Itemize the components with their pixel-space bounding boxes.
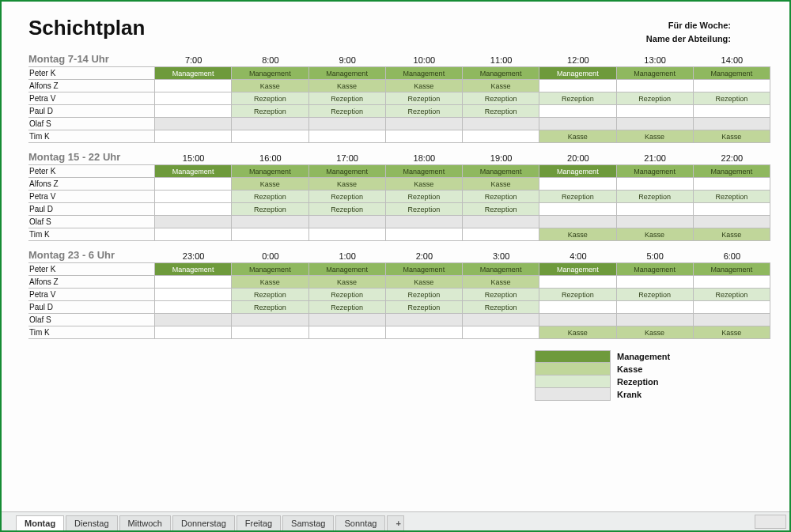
shift-cell[interactable] [309, 326, 386, 339]
shift-cell[interactable] [694, 276, 770, 289]
shift-cell[interactable] [694, 105, 770, 118]
shift-cell[interactable]: Management [463, 165, 539, 178]
shift-cell[interactable]: Kasse [617, 326, 694, 339]
sheet-tab-samstag[interactable]: Samstag [282, 515, 334, 530]
shift-cell[interactable]: Rezeption [386, 289, 463, 301]
shift-cell[interactable]: Management [309, 67, 386, 80]
shift-cell[interactable] [155, 130, 232, 143]
shift-cell[interactable]: Rezeption [617, 289, 694, 301]
shift-cell[interactable] [539, 118, 616, 130]
shift-cell[interactable] [155, 191, 232, 203]
shift-cell[interactable] [155, 216, 232, 228]
shift-cell[interactable]: Rezeption [463, 191, 539, 203]
shift-cell[interactable] [155, 301, 232, 314]
sheet-tab-freitag[interactable]: Freitag [237, 515, 281, 530]
shift-cell[interactable]: Management [155, 165, 232, 178]
shift-cell[interactable] [694, 80, 770, 92]
shift-cell[interactable]: Rezeption [309, 203, 386, 216]
shift-cell[interactable] [232, 216, 308, 228]
shift-cell[interactable]: Kasse [386, 276, 463, 289]
shift-cell[interactable]: Management [463, 263, 539, 276]
shift-cell[interactable]: Rezeption [386, 203, 463, 216]
add-sheet-button[interactable]: + [387, 515, 404, 530]
shift-cell[interactable]: Management [617, 165, 694, 178]
shift-cell[interactable]: Rezeption [539, 289, 616, 301]
horizontal-scroll[interactable] [755, 515, 786, 529]
shift-cell[interactable] [155, 289, 232, 301]
shift-cell[interactable] [309, 118, 386, 130]
shift-cell[interactable]: Rezeption [232, 289, 308, 301]
shift-cell[interactable]: Rezeption [694, 92, 770, 105]
shift-cell[interactable]: Kasse [617, 130, 694, 143]
shift-cell[interactable] [694, 178, 770, 191]
shift-cell[interactable] [539, 314, 616, 326]
shift-cell[interactable]: Management [232, 67, 308, 80]
shift-cell[interactable] [463, 326, 539, 339]
shift-cell[interactable] [386, 216, 463, 228]
shift-cell[interactable]: Management [232, 165, 308, 178]
shift-cell[interactable]: Management [539, 263, 616, 276]
shift-cell[interactable]: Management [232, 263, 308, 276]
shift-cell[interactable] [309, 216, 386, 228]
shift-cell[interactable] [694, 203, 770, 216]
shift-cell[interactable] [539, 216, 616, 228]
shift-cell[interactable]: Kasse [694, 130, 770, 143]
shift-cell[interactable]: Rezeption [386, 92, 463, 105]
shift-cell[interactable]: Rezeption [386, 191, 463, 203]
shift-cell[interactable]: Kasse [463, 80, 539, 92]
shift-cell[interactable]: Rezeption [463, 289, 539, 301]
shift-cell[interactable]: Kasse [539, 130, 616, 143]
shift-cell[interactable] [232, 130, 308, 143]
shift-cell[interactable]: Management [309, 165, 386, 178]
shift-cell[interactable] [617, 80, 694, 92]
shift-cell[interactable]: Kasse [463, 178, 539, 191]
shift-cell[interactable]: Rezeption [309, 105, 386, 118]
shift-cell[interactable]: Management [617, 263, 694, 276]
shift-cell[interactable] [309, 228, 386, 241]
shift-cell[interactable] [155, 92, 232, 105]
shift-cell[interactable]: Rezeption [309, 92, 386, 105]
shift-cell[interactable] [386, 228, 463, 241]
shift-cell[interactable]: Rezeption [232, 92, 308, 105]
shift-cell[interactable] [155, 178, 232, 191]
shift-cell[interactable] [155, 228, 232, 241]
shift-cell[interactable]: Rezeption [463, 203, 539, 216]
shift-cell[interactable]: Rezeption [232, 105, 308, 118]
shift-cell[interactable]: Management [155, 263, 232, 276]
shift-cell[interactable]: Management [539, 67, 616, 80]
shift-cell[interactable] [539, 105, 616, 118]
shift-cell[interactable] [694, 301, 770, 314]
shift-cell[interactable] [386, 314, 463, 326]
shift-cell[interactable]: Kasse [309, 80, 386, 92]
shift-cell[interactable]: Rezeption [386, 105, 463, 118]
shift-cell[interactable]: Rezeption [539, 191, 616, 203]
sheet-tab-mittwoch[interactable]: Mittwoch [119, 515, 171, 530]
sheet-tab-dienstag[interactable]: Dienstag [66, 515, 117, 530]
sheet-tab-donnerstag[interactable]: Donnerstag [172, 515, 235, 530]
shift-cell[interactable] [155, 80, 232, 92]
shift-cell[interactable]: Kasse [463, 276, 539, 289]
shift-cell[interactable] [694, 118, 770, 130]
shift-cell[interactable] [539, 178, 616, 191]
shift-cell[interactable]: Management [463, 67, 539, 80]
shift-cell[interactable]: Rezeption [694, 191, 770, 203]
shift-cell[interactable] [617, 276, 694, 289]
shift-cell[interactable]: Rezeption [539, 92, 616, 105]
shift-cell[interactable] [694, 314, 770, 326]
shift-cell[interactable] [617, 301, 694, 314]
shift-cell[interactable]: Management [617, 67, 694, 80]
shift-cell[interactable] [617, 105, 694, 118]
shift-cell[interactable]: Kasse [617, 228, 694, 241]
shift-cell[interactable]: Management [694, 165, 770, 178]
shift-cell[interactable] [232, 326, 308, 339]
shift-cell[interactable] [155, 118, 232, 130]
shift-cell[interactable]: Management [386, 67, 463, 80]
shift-cell[interactable] [463, 216, 539, 228]
shift-cell[interactable]: Kasse [232, 178, 308, 191]
shift-cell[interactable] [463, 130, 539, 143]
shift-cell[interactable]: Management [694, 263, 770, 276]
shift-cell[interactable] [617, 216, 694, 228]
shift-cell[interactable]: Management [694, 67, 770, 80]
shift-cell[interactable]: Management [539, 165, 616, 178]
shift-cell[interactable]: Kasse [694, 326, 770, 339]
